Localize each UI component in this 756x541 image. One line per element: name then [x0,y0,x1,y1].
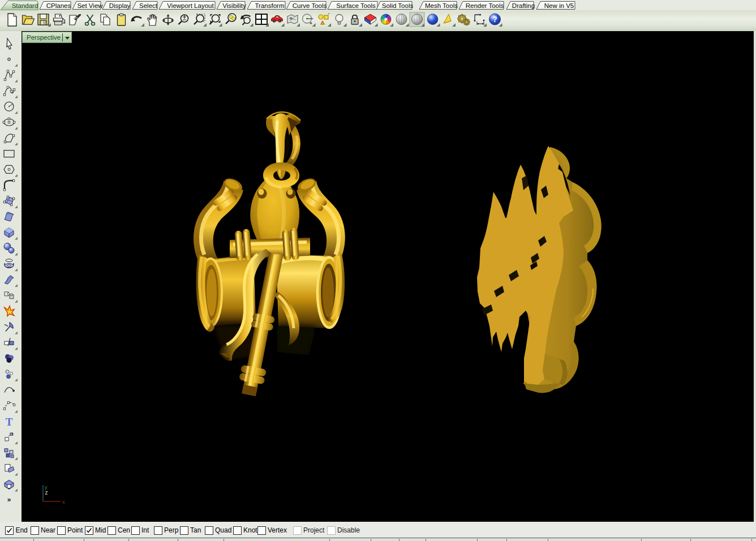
svg-text:z: z [45,490,48,496]
svg-text:CPlanes: CPlanes [46,2,71,9]
svg-text:Curve Tools: Curve Tools [293,2,327,9]
svg-text:T: T [6,416,13,428]
svg-text:Mesh Tools: Mesh Tools [425,2,458,9]
svg-text:Viewport Layout: Viewport Layout [167,2,214,9]
svg-text:Transform: Transform [255,2,285,9]
svg-text:?: ? [492,15,497,24]
svg-text:Display: Display [109,2,131,9]
svg-text:Surface Tools: Surface Tools [336,2,376,9]
svg-text:Render Tools: Render Tools [466,2,504,9]
svg-text:Set View: Set View [77,2,103,9]
svg-text:»: » [7,496,11,504]
svg-text:Visibility: Visibility [222,2,246,9]
svg-text:Select: Select [139,2,158,9]
svg-text:Solid Tools: Solid Tools [382,2,414,9]
svg-text:Drafting: Drafting [512,2,535,9]
svg-text:x: x [62,499,65,505]
svg-text:Standard: Standard [12,2,38,9]
svg-text:New in V5: New in V5 [544,2,574,9]
